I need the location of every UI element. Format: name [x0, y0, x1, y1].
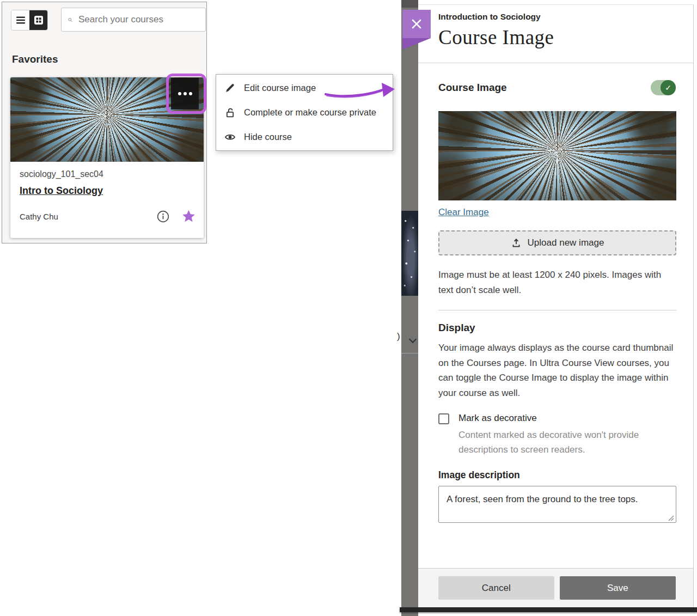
courses-list-panel: Favorites sociology_101_sec04 Intro to S…	[2, 2, 207, 243]
favorite-star-button[interactable]	[181, 209, 196, 223]
panel-body: Course Image ✓ Clear Image Upload new im…	[418, 80, 693, 525]
menu-item-label: Hide course	[244, 132, 292, 142]
cancel-button[interactable]: Cancel	[438, 576, 554, 600]
panel-footer: Cancel Save	[418, 568, 693, 607]
course-title-link[interactable]: Intro to Sociology	[20, 185, 103, 197]
course-card: sociology_101_sec04 Intro to Sociology C…	[10, 77, 204, 238]
menu-item-edit-course-image[interactable]: Edit course image	[216, 76, 393, 100]
course-info-button[interactable]	[157, 210, 169, 223]
mark-as-decorative-label[interactable]: Mark as decorative	[458, 413, 537, 424]
course-image-toggle[interactable]: ✓	[651, 80, 676, 95]
upload-icon	[511, 237, 522, 248]
course-image-preview	[438, 111, 676, 200]
panel-header: Introduction to Sociology Course Image	[418, 5, 693, 63]
course-search	[61, 8, 206, 32]
background-divider	[401, 353, 418, 353]
display-section-body: Your image always displays as the course…	[438, 340, 676, 400]
grid-view-button[interactable]	[29, 10, 47, 30]
background-window-bottom-edge	[400, 607, 697, 612]
instructor-name: Cathy Chu	[20, 212, 157, 221]
image-size-note: Image must be at least 1200 x 240 pixels…	[438, 267, 676, 298]
eye-icon	[224, 131, 236, 143]
star-icon	[181, 209, 196, 223]
save-button[interactable]: Save	[560, 576, 676, 600]
textarea-resize-handle[interactable]	[668, 515, 674, 521]
course-more-options-button[interactable]	[171, 78, 199, 109]
menu-item-label: Edit course image	[244, 83, 316, 93]
course-context-menu: Edit course image Complete or make cours…	[216, 74, 393, 151]
info-icon	[157, 210, 169, 223]
dimmed-background-page: )	[401, 0, 418, 616]
close-icon	[411, 18, 423, 30]
list-view-button[interactable]	[11, 10, 29, 30]
panel-title: Course Image	[438, 26, 676, 49]
background-partial-text: )	[397, 331, 400, 342]
course-image-section-label: Course Image	[438, 82, 507, 94]
check-icon: ✓	[661, 80, 676, 95]
image-description-input[interactable]: A forest, seen from the ground to the tr…	[438, 486, 676, 523]
grid-view-icon	[34, 15, 44, 25]
chevron-down-icon	[409, 336, 417, 343]
favorites-heading: Favorites	[12, 53, 58, 65]
mark-as-decorative-row: Mark as decorative	[438, 413, 676, 424]
background-header-strip	[401, 0, 418, 8]
menu-item-label: Complete or make course private	[244, 107, 376, 118]
close-panel-button[interactable]	[402, 10, 431, 38]
section-divider	[438, 310, 676, 310]
clear-image-link[interactable]: Clear Image	[438, 207, 489, 218]
page: Favorites sociology_101_sec04 Intro to S…	[0, 0, 697, 616]
mark-as-decorative-checkbox[interactable]	[438, 413, 449, 424]
image-description-label: Image description	[438, 469, 676, 481]
course-card-footer: Cathy Chu	[20, 209, 196, 223]
display-section-heading: Display	[438, 322, 676, 334]
background-card-image	[401, 211, 418, 296]
course-image-panel: Introduction to Sociology Course Image C…	[418, 4, 694, 607]
search-icon	[68, 14, 72, 26]
upload-new-image-button[interactable]: Upload new image	[438, 230, 676, 255]
unlock-icon	[224, 107, 236, 118]
panel-course-name: Introduction to Sociology	[438, 12, 676, 22]
search-input[interactable]	[78, 14, 199, 25]
menu-item-complete-or-private[interactable]: Complete or make course private	[216, 100, 393, 125]
menu-item-hide-course[interactable]: Hide course	[216, 125, 393, 149]
view-toggle	[11, 10, 48, 31]
decorative-help-text: Content marked as decorative won't provi…	[458, 428, 676, 457]
pencil-icon	[224, 82, 236, 94]
upload-button-label: Upload new image	[528, 237, 604, 248]
ellipsis-icon	[178, 92, 181, 95]
course-id: sociology_101_sec04	[20, 169, 194, 179]
list-view-icon	[16, 16, 26, 24]
course-card-body: sociology_101_sec04 Intro to Sociology	[10, 162, 204, 197]
